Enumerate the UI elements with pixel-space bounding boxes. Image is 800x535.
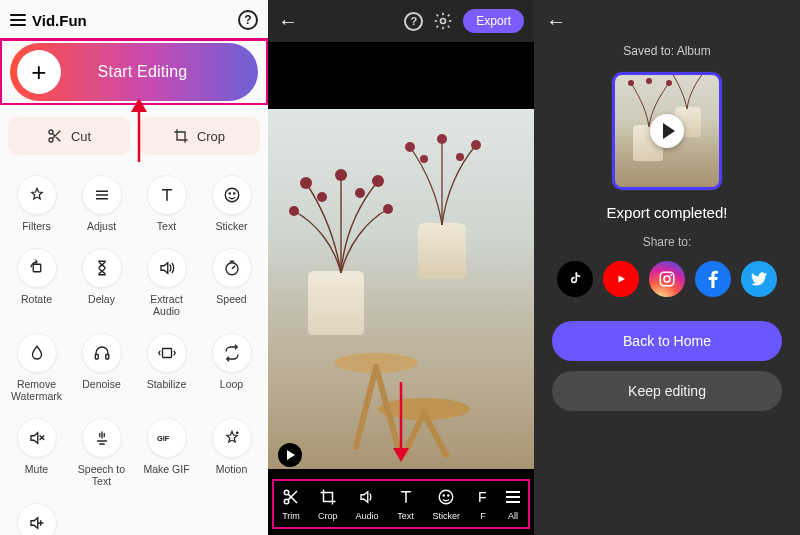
tool-loop[interactable]: Loop xyxy=(199,327,264,408)
play-icon xyxy=(650,114,684,148)
video-preview[interactable] xyxy=(268,42,534,535)
play-icon xyxy=(287,450,295,460)
svg-point-42 xyxy=(628,80,634,86)
toolbar-trim[interactable]: Trim xyxy=(282,487,300,521)
tool-text[interactable]: Text xyxy=(134,169,199,238)
toolbar-text[interactable]: Text xyxy=(397,487,415,521)
tool-rotate[interactable]: Rotate xyxy=(4,242,69,323)
export-status: Export completed! xyxy=(534,204,800,221)
scissors-icon xyxy=(47,128,63,144)
export-thumbnail[interactable] xyxy=(612,72,722,190)
sliders-icon xyxy=(82,175,122,215)
tool-remove-watermark[interactable]: Remove Watermark xyxy=(4,327,69,408)
help-icon[interactable]: ? xyxy=(238,10,258,30)
settings-icon[interactable] xyxy=(433,11,453,31)
back-icon[interactable]: ← xyxy=(546,10,566,33)
loop-icon xyxy=(212,333,252,373)
svg-point-31 xyxy=(456,153,464,161)
export-button[interactable]: Export xyxy=(463,9,524,33)
gif-icon: GIF xyxy=(147,418,187,458)
toolbar-sticker[interactable]: Sticker xyxy=(432,487,460,521)
droplet-icon xyxy=(17,333,57,373)
share-twitter-button[interactable] xyxy=(741,261,777,297)
back-to-home-button[interactable]: Back to Home xyxy=(552,321,782,361)
tool-label: Denoise xyxy=(82,378,121,390)
svg-rect-11 xyxy=(105,355,108,360)
preview-stand xyxy=(326,317,476,457)
back-icon[interactable]: ← xyxy=(278,10,298,33)
toolbar-label: Audio xyxy=(355,511,378,521)
tool-speech-to-text[interactable]: Speech to Text xyxy=(69,412,134,493)
play-button[interactable] xyxy=(278,443,302,467)
preview-pot xyxy=(418,223,466,279)
tool-delay[interactable]: Delay xyxy=(69,242,134,323)
svg-point-40 xyxy=(448,495,449,496)
toolbar-f[interactable]: F F xyxy=(478,487,488,521)
speech-text-icon xyxy=(82,418,122,458)
tool-grid: Filters Adjust Text Sticker Rotate Delay… xyxy=(0,163,268,535)
start-editing-button[interactable]: + Start Editing xyxy=(10,43,258,101)
tool-filters[interactable]: Filters xyxy=(4,169,69,238)
svg-point-7 xyxy=(233,193,234,194)
svg-point-44 xyxy=(646,78,652,84)
svg-point-5 xyxy=(225,188,239,202)
menu-icon[interactable] xyxy=(10,14,26,26)
mute-icon xyxy=(17,418,57,458)
text-t-icon xyxy=(397,487,415,507)
tool-sticker[interactable]: Sticker xyxy=(199,169,264,238)
editor-help-icon[interactable]: ? xyxy=(404,12,423,31)
tool-label: Stabilize xyxy=(147,378,187,390)
tiktok-icon xyxy=(567,271,583,287)
svg-text:GIF: GIF xyxy=(157,434,170,443)
svg-point-37 xyxy=(284,499,289,504)
toolbar-all[interactable]: All xyxy=(506,487,520,521)
svg-point-30 xyxy=(420,155,428,163)
toolbar-label: Sticker xyxy=(432,511,460,521)
quick-cut-button[interactable]: Cut xyxy=(8,117,130,155)
svg-point-38 xyxy=(439,490,453,504)
tool-label: Adjust xyxy=(87,220,116,232)
headphones-icon xyxy=(82,333,122,373)
share-facebook-button[interactable] xyxy=(695,261,731,297)
boost-vol-icon xyxy=(17,503,57,535)
preview-image xyxy=(268,109,534,469)
toolbar-audio[interactable]: Audio xyxy=(355,487,378,521)
preview-flowers xyxy=(286,163,396,273)
crop-icon xyxy=(173,128,189,144)
twitter-icon xyxy=(751,272,767,286)
svg-point-50 xyxy=(670,274,672,276)
quick-crop-button[interactable]: Crop xyxy=(138,117,260,155)
tool-boost-volume[interactable]: Boost Volume xyxy=(4,497,69,535)
tool-speed[interactable]: Speed xyxy=(199,242,264,323)
start-editing-highlight: + Start Editing xyxy=(0,38,268,105)
tool-adjust[interactable]: Adjust xyxy=(69,169,134,238)
tool-mute[interactable]: Mute xyxy=(4,412,69,493)
youtube-icon xyxy=(615,273,627,285)
tool-denoise[interactable]: Denoise xyxy=(69,327,134,408)
toolbar-crop[interactable]: Crop xyxy=(318,487,338,521)
menu-icon xyxy=(506,487,520,507)
tool-stabilize[interactable]: Stabilize xyxy=(134,327,199,408)
tool-motion[interactable]: Motion xyxy=(199,412,264,493)
preview-flowers xyxy=(392,129,492,225)
svg-point-6 xyxy=(229,193,230,194)
star-sparkle-icon xyxy=(17,175,57,215)
export-actions: Back to Home Keep editing xyxy=(534,297,800,411)
svg-point-16 xyxy=(236,432,238,434)
toolbar-label: F xyxy=(480,511,486,521)
audio-out-icon xyxy=(358,487,376,507)
tool-make-gif[interactable]: GIF Make GIF xyxy=(134,412,199,493)
tool-label: Loop xyxy=(220,378,243,390)
svg-point-36 xyxy=(284,490,289,495)
svg-rect-12 xyxy=(162,349,171,358)
tool-label: Speed xyxy=(216,293,246,305)
share-instagram-button[interactable] xyxy=(649,261,685,297)
tool-label: Sticker xyxy=(215,220,247,232)
tool-extract-audio[interactable]: Extract Audio xyxy=(134,242,199,323)
share-youtube-button[interactable] xyxy=(603,261,639,297)
instagram-icon xyxy=(658,270,676,288)
keep-editing-button[interactable]: Keep editing xyxy=(552,371,782,411)
share-tiktok-button[interactable] xyxy=(557,261,593,297)
editor-toolbar: Trim Crop Audio Text StickerF F All xyxy=(276,483,526,525)
editor-panel: ← ? Export xyxy=(268,0,534,535)
